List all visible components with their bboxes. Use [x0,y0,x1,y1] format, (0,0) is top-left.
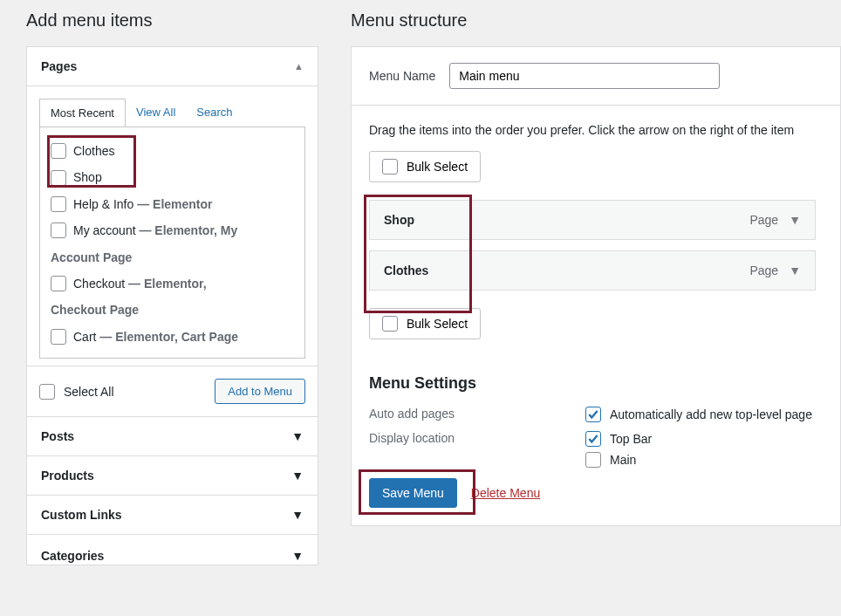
checkbox-checkout[interactable] [51,276,66,291]
select-all-row[interactable]: Select All [39,384,114,400]
chevron-down-icon[interactable]: ▼ [789,213,801,227]
menu-structure-heading: Menu structure [351,10,841,31]
menu-item-clothes[interactable]: Clothes Page ▼ [369,250,816,291]
item-clothes[interactable]: Clothes [51,138,294,164]
menu-item-shop[interactable]: Shop Page ▼ [369,200,816,240]
expand-icon: ▼ [291,469,304,483]
item-cart[interactable]: Cart — Elementor, Cart Page [51,324,294,347]
chevron-down-icon[interactable]: ▼ [789,264,801,277]
checkbox-bulk-select-top[interactable] [382,159,398,175]
tab-search[interactable]: Search [186,99,243,127]
posts-accordion-header[interactable]: Posts ▼ [26,416,318,456]
pages-accordion: Pages ▲ Most Recent View All Search Clot… [26,46,318,417]
checkbox-clothes[interactable] [51,143,66,159]
location-top-bar[interactable]: Top Bar [585,431,652,447]
pages-accordion-header[interactable]: Pages ▲ [27,47,318,86]
save-menu-button[interactable]: Save Menu [369,478,457,508]
menu-name-input[interactable] [449,63,720,89]
menu-structure-body: Drag the items into the order you prefer… [351,106,841,526]
checkbox-my-account[interactable] [51,222,66,238]
add-to-menu-button[interactable]: Add to Menu [215,379,305,404]
checkbox-shop[interactable] [51,170,66,186]
display-location-label: Display location [369,431,585,468]
add-menu-items-heading: Add menu items [26,10,318,31]
pages-items-list[interactable]: Clothes Shop Help & Info — Elementor [40,138,304,347]
checkbox-auto-add[interactable] [585,407,601,422]
tab-view-all[interactable]: View All [126,99,186,127]
auto-add-pages-label: Auto add pages [369,407,585,422]
tab-most-recent[interactable]: Most Recent [39,99,126,127]
item-shop[interactable]: Shop [51,164,294,190]
collapse-icon: ▲ [294,61,304,72]
item-my-account-cont: Account Page [51,244,294,270]
item-checkout-cont: Checkout Page [51,297,294,323]
expand-icon: ▼ [291,549,304,563]
checkbox-cart[interactable] [51,329,66,345]
item-checkout[interactable]: Checkout — Elementor, [51,270,294,297]
expand-icon: ▼ [291,429,304,443]
item-my-account[interactable]: My account — Elementor, My [51,217,294,243]
pages-section-title: Pages [41,59,77,73]
checkbox-help-info[interactable] [51,196,66,212]
menu-name-label: Menu Name [369,69,435,83]
checkbox-main[interactable] [585,452,601,468]
location-main[interactable]: Main [585,452,652,468]
custom-links-accordion-header[interactable]: Custom Links ▼ [26,495,318,535]
drag-instructions: Drag the items into the order you prefer… [369,123,823,137]
delete-menu-link[interactable]: Delete Menu [471,486,540,500]
categories-accordion-header[interactable]: Categories ▼ [26,534,318,565]
bulk-select-top-button[interactable]: Bulk Select [369,151,481,182]
expand-icon: ▼ [291,508,304,522]
bulk-select-bottom-button[interactable]: Bulk Select [369,308,481,339]
checkbox-bulk-select-bottom[interactable] [382,316,398,332]
menu-settings-heading: Menu Settings [369,374,823,393]
products-accordion-header[interactable]: Products ▼ [26,455,318,496]
checkbox-select-all[interactable] [39,384,55,400]
menu-name-form: Menu Name [351,46,841,106]
item-help-info[interactable]: Help & Info — Elementor [51,191,294,217]
checkbox-top-bar[interactable] [585,431,601,447]
auto-add-option[interactable]: Automatically add new top-level page [585,407,812,422]
